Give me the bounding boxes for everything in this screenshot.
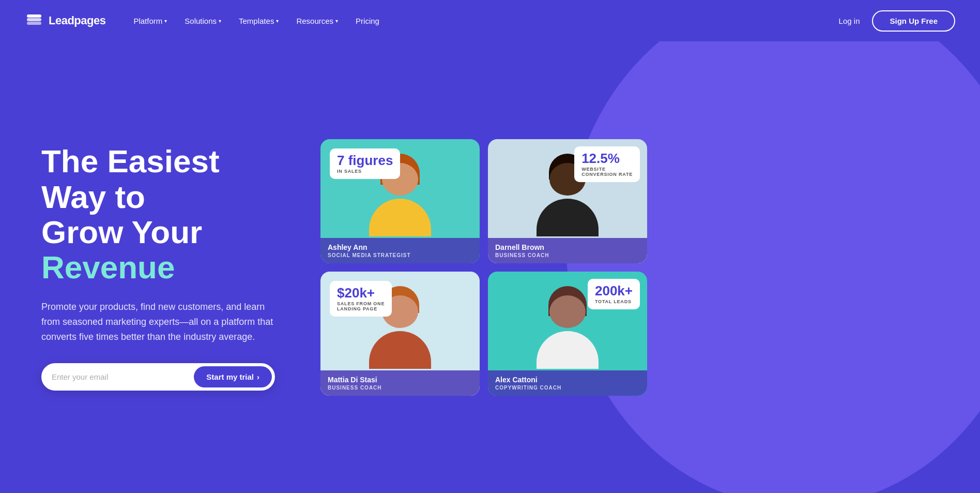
- stat-ashley: 7 figures IN SALES: [330, 148, 400, 179]
- hero-title: The Easiest Way to Grow Your Revenue: [41, 144, 275, 285]
- login-link[interactable]: Log in: [839, 17, 860, 25]
- stat-label-alex: TOTAL LEADS: [595, 299, 633, 304]
- hero-content: The Easiest Way to Grow Your Revenue Pro…: [0, 113, 300, 421]
- email-input[interactable]: [52, 368, 194, 385]
- logo-icon: [25, 11, 43, 30]
- nav-solutions[interactable]: Solutions ▾: [177, 12, 228, 29]
- svg-rect-2: [27, 14, 41, 18]
- card-alex: 200k+ TOTAL LEADS Alex Cattoni COPYWRITI…: [488, 272, 647, 396]
- nav-resources[interactable]: Resources ▾: [289, 12, 345, 29]
- nav-pricing[interactable]: Pricing: [348, 12, 387, 29]
- mattia-name: Mattia Di Stasi: [328, 376, 472, 384]
- mattia-role: BUSINESS COACH: [328, 385, 472, 391]
- card-mattia: $20k+ SALES FROM ONELANDING PAGE Mattia …: [320, 272, 480, 396]
- stat-label-ashley: IN SALES: [337, 169, 393, 174]
- trial-button[interactable]: Start my trial ›: [194, 366, 272, 387]
- hero-section: The Easiest Way to Grow Your Revenue Pro…: [0, 41, 980, 493]
- alex-footer: Alex Cattoni COPYWRITING COACH: [488, 370, 647, 396]
- stat-label-mattia: SALES FROM ONELANDING PAGE: [337, 301, 385, 311]
- card-ashley: 7 figures IN SALES Ashley Ann SOCIAL MED…: [320, 139, 480, 263]
- darnell-footer: Darnell Brown BUSINESS COACH: [488, 238, 647, 263]
- stat-number-mattia: $20k+: [337, 286, 385, 300]
- stat-label-darnell: WEBSITECONVERSION RATE: [581, 167, 633, 177]
- chevron-down-icon: ▾: [335, 18, 338, 24]
- chevron-down-icon: ▾: [164, 18, 167, 24]
- stat-number-alex: 200k+: [595, 284, 633, 297]
- nav-links: Platform ▾ Solutions ▾ Templates ▾ Resou…: [126, 12, 838, 29]
- alex-role: COPYWRITING COACH: [495, 385, 640, 391]
- stat-number-ashley: 7 figures: [337, 154, 393, 167]
- hero-cards: 7 figures IN SALES Ashley Ann SOCIAL MED…: [300, 108, 672, 427]
- darnell-name: Darnell Brown: [495, 243, 640, 251]
- nav-templates[interactable]: Templates ▾: [232, 12, 286, 29]
- arrow-icon: ›: [257, 372, 259, 381]
- mattia-footer: Mattia Di Stasi BUSINESS COACH: [320, 370, 480, 396]
- logo-link[interactable]: Leadpages: [25, 11, 105, 30]
- stat-mattia: $20k+ SALES FROM ONELANDING PAGE: [330, 281, 392, 317]
- chevron-down-icon: ▾: [276, 18, 279, 24]
- darnell-role: BUSINESS COACH: [495, 252, 640, 258]
- ashley-footer: Ashley Ann SOCIAL MEDIA STRATEGIST: [320, 238, 480, 263]
- ashley-name: Ashley Ann: [328, 243, 472, 251]
- stat-number-darnell: 12.5%: [581, 152, 633, 165]
- navbar: Leadpages Platform ▾ Solutions ▾ Templat…: [0, 0, 980, 41]
- hero-subtitle: Promote your products, find new customer…: [41, 300, 275, 344]
- nav-platform[interactable]: Platform ▾: [126, 12, 174, 29]
- hero-title-accent: Revenue: [41, 249, 175, 285]
- alex-name: Alex Cattoni: [495, 376, 640, 384]
- chevron-down-icon: ▾: [219, 18, 221, 24]
- signup-button[interactable]: Sign Up Free: [872, 10, 955, 32]
- nav-right: Log in Sign Up Free: [839, 10, 955, 32]
- ashley-role: SOCIAL MEDIA STRATEGIST: [328, 252, 472, 258]
- card-darnell: 12.5% WEBSITECONVERSION RATE Darnell Bro…: [488, 139, 647, 263]
- email-form: Start my trial ›: [41, 363, 275, 391]
- stat-alex: 200k+ TOTAL LEADS: [588, 279, 640, 309]
- svg-rect-1: [27, 18, 41, 21]
- logo-text: Leadpages: [49, 14, 105, 27]
- stat-darnell: 12.5% WEBSITECONVERSION RATE: [574, 146, 640, 182]
- svg-rect-0: [27, 22, 41, 25]
